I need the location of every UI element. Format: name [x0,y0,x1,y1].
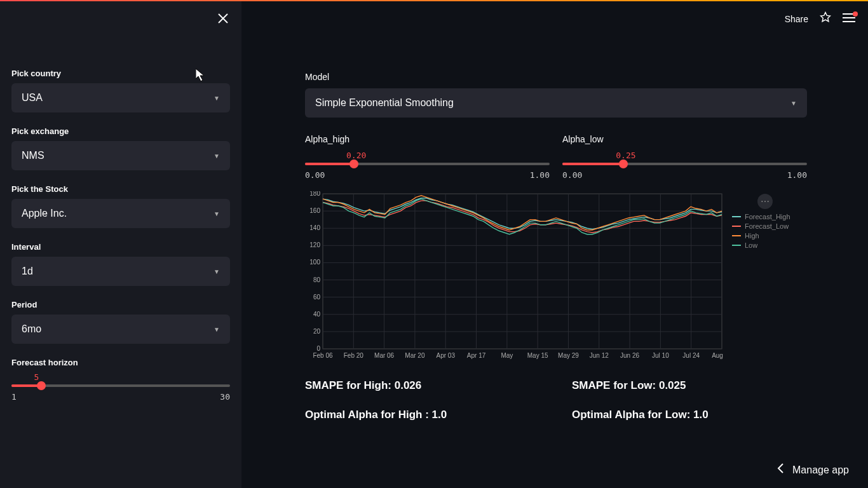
interval-label: Interval [11,242,230,252]
svg-text:May 15: May 15 [527,352,548,359]
star-icon [820,11,831,23]
legend-label: Forecast_Low [745,222,789,230]
slider-max: 1.00 [787,170,807,180]
main: Share Model Simple Exponential Smoothing… [241,0,868,488]
forecast-chart: 020406080100120140160180Feb 06Feb 20Mar … [305,191,724,363]
chart-svg: 020406080100120140160180Feb 06Feb 20Mar … [305,191,724,360]
sidebar: Pick country USA ▼ Pick exchange NMS ▼ P… [0,0,241,488]
country-label: Pick country [11,69,230,78]
smape-high: SMAPE for High: 0.026 [305,379,559,392]
slider-min: 0.00 [305,170,325,180]
optimal-alpha-low: Optimal Alpha for Low: 1.0 [572,409,826,421]
smape-low: SMAPE for Low: 0.025 [572,379,826,392]
legend-item-forecast_low[interactable]: Forecast_Low [732,222,790,230]
slider-value: 0.20 [346,151,550,160]
svg-text:140: 140 [309,224,320,231]
alpha-low-label: Alpha_low [562,134,807,144]
alpha-low-slider[interactable]: 0.25 0.00 1.00 [562,151,807,180]
svg-text:Jun 12: Jun 12 [590,352,609,359]
slider-value: 5 [34,372,230,382]
chevron-down-icon: ▼ [214,268,220,275]
legend-swatch [732,235,741,236]
svg-text:160: 160 [309,207,320,214]
svg-text:80: 80 [313,276,321,283]
optimal-alpha-high: Optimal Alpha for High : 1.0 [305,409,559,421]
svg-text:20: 20 [313,328,321,335]
svg-text:Mar 06: Mar 06 [374,352,395,359]
svg-text:100: 100 [309,259,320,266]
legend-item-high[interactable]: High [732,232,790,240]
chevron-down-icon: ▼ [214,210,220,217]
slider-max: 1.00 [530,170,550,180]
legend-item-low[interactable]: Low [732,241,790,249]
forecast-horizon-label: Forecast horizon [11,358,230,367]
interval-select[interactable]: 1d ▼ [11,257,230,286]
svg-marker-2 [821,13,831,22]
legend-swatch [732,216,741,217]
favorite-button[interactable] [820,11,831,26]
chevron-down-icon: ▼ [214,95,220,102]
stock-label: Pick the Stock [11,184,230,194]
slider-min: 1 [11,392,17,402]
model-label: Model [305,72,843,82]
period-select[interactable]: 6mo ▼ [11,315,230,344]
loading-bar [0,0,868,1]
svg-text:120: 120 [309,241,320,248]
model-select[interactable]: Simple Exponential Smoothing ▼ [305,88,807,118]
interval-value: 1d [22,266,33,277]
svg-text:Feb 20: Feb 20 [344,352,364,359]
country-select[interactable]: USA ▼ [11,83,230,112]
svg-text:Aug 07: Aug 07 [712,352,724,359]
legend-swatch [732,226,741,227]
svg-text:Feb 06: Feb 06 [313,352,333,359]
stock-value: Apple Inc. [22,208,67,219]
exchange-value: NMS [22,150,44,161]
legend-item-forecast_high[interactable]: Forecast_High [732,213,790,220]
manage-app-button[interactable]: Manage app [777,463,849,477]
svg-text:Apr 17: Apr 17 [467,352,486,359]
alpha-high-label: Alpha_high [305,134,550,144]
slider-max: 30 [220,392,230,402]
header-actions: Share [785,11,855,26]
chart-legend: ⋯ Forecast_HighForecast_LowHighLow [732,191,790,363]
legend-label: Low [745,241,757,249]
share-button[interactable]: Share [785,14,808,24]
svg-text:Mar 20: Mar 20 [405,352,425,359]
svg-text:May 29: May 29 [558,352,579,359]
chevron-down-icon: ▼ [214,326,220,333]
legend-swatch [732,245,741,246]
slider-min: 0.00 [562,170,582,180]
period-label: Period [11,300,230,309]
legend-label: High [745,232,759,240]
slider-value: 0.25 [616,151,807,160]
chevron-down-icon: ▼ [790,100,797,107]
svg-text:Jun 26: Jun 26 [620,352,639,359]
period-value: 6mo [22,323,41,335]
menu-button[interactable] [843,13,855,25]
svg-text:May: May [501,352,513,359]
svg-text:40: 40 [313,311,321,318]
close-sidebar-button[interactable] [217,11,229,28]
chart-menu-button[interactable]: ⋯ [757,194,773,209]
chevron-down-icon: ▼ [214,152,220,159]
forecast-horizon-slider[interactable]: 5 1 30 [11,372,230,402]
chevron-left-icon [777,463,783,477]
svg-text:0: 0 [316,345,320,352]
svg-text:Jul 10: Jul 10 [652,352,669,359]
svg-text:180: 180 [309,191,320,197]
stock-select[interactable]: Apple Inc. ▼ [11,199,230,228]
notification-dot-icon [853,11,858,17]
svg-text:Jul 24: Jul 24 [682,352,700,359]
manage-app-label: Manage app [792,464,849,476]
svg-text:Apr 03: Apr 03 [436,352,455,359]
exchange-select[interactable]: NMS ▼ [11,141,230,170]
alpha-high-slider[interactable]: 0.20 0.00 1.00 [305,151,550,180]
close-icon [217,13,229,24]
model-value: Simple Exponential Smoothing [315,97,454,109]
legend-label: Forecast_High [745,213,790,220]
exchange-label: Pick exchange [11,126,230,136]
country-value: USA [22,92,43,104]
svg-text:60: 60 [313,294,321,301]
